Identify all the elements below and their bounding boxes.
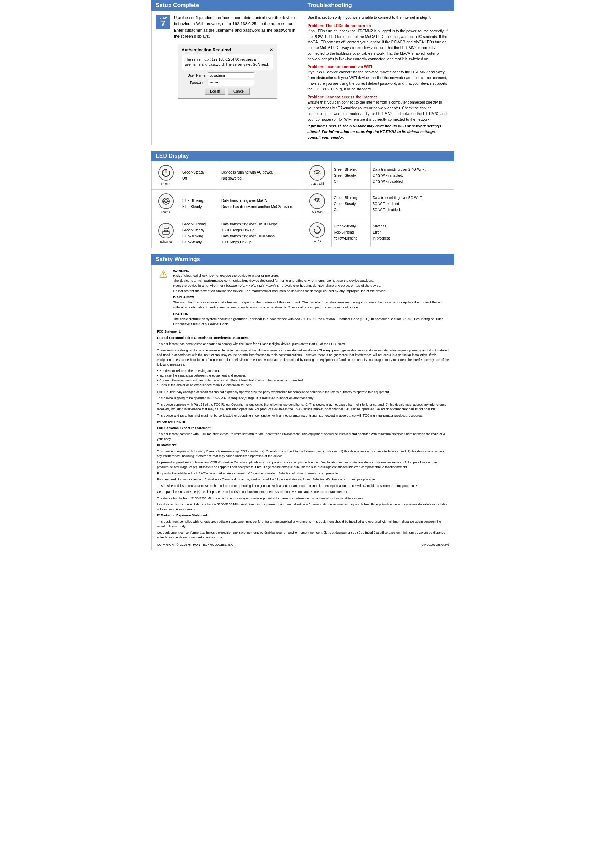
dialog-title: Authentication Required ✕ — [182, 48, 273, 53]
power-label: Power — [161, 182, 170, 186]
eth-status-4: Blue-Steady — [182, 239, 217, 245]
fcc-bullet-4: Consult the dealer or an experienced rad… — [157, 383, 449, 388]
problem-title-2: Problem: I cannot connect via WiFi — [308, 65, 450, 69]
wifi24-icon: 2.4G — [309, 165, 325, 181]
wps-status-3: Yellow-Blinking — [334, 235, 368, 241]
wifi24-status: Green-Blinking Green-Steady Off — [332, 161, 371, 189]
led-grid: Power Green-Steady Off Device is running… — [152, 161, 454, 248]
ethernet-icon — [158, 223, 174, 239]
problem-text-3: Ensure that you can connect to the Inter… — [308, 100, 450, 122]
wps-status-2: Red-Blinking — [334, 229, 368, 235]
svg-rect-11 — [165, 229, 166, 232]
wifi24-desc-1: Data transmitting over 2.4G Wi-Fi. — [373, 166, 453, 172]
fcc-bullet-2: Increase the separation between the equi… — [157, 373, 449, 378]
moca-desc-2: Device has discovered another MoCA devic… — [222, 204, 301, 210]
wifi5-label: 5G Wifi — [312, 211, 322, 214]
username-input[interactable] — [208, 72, 254, 78]
wps-label: WPS — [314, 239, 321, 243]
fcc-body-2: These limits are designed to provide rea… — [157, 348, 449, 367]
step-box: STEP 7 Use the configuration interface t… — [156, 15, 299, 39]
wps-desc-1: Success. — [373, 223, 453, 229]
warning-line-1: Risk of electrical shock. Do not expose … — [173, 273, 449, 278]
ic-body-6: Cet appareil et son antenne (s) ne doit … — [157, 490, 449, 495]
ethernet-desc: Data transmitting over 10/100 Mbps. 10/1… — [219, 218, 303, 248]
power-icon — [158, 165, 174, 181]
ic-body-4: Pour les produits disponibles aux États-… — [157, 477, 449, 482]
fcc-full-label: Federal Communication Commission Interfe… — [157, 336, 449, 341]
wifi5-desc-1: Data transmitting over 5G Wi-Fi. — [373, 195, 453, 201]
top-headers: Setup Complete Troubleshooting — [152, 0, 454, 11]
fcc-antenna: This device and it's antenna(s) must not… — [157, 414, 449, 418]
dialog-body: The server http://192.168.0.254:80 requi… — [182, 54, 273, 70]
wifi24-desc-3: 2.4G WiFi disabled. — [373, 178, 453, 184]
password-label: Password: — [182, 81, 206, 85]
fcc-bullet-1: Reorient or relocate the receiving anten… — [157, 369, 449, 374]
btn-row: Log In Cancel — [182, 88, 273, 95]
led-icon-cell-wps: WPS — [303, 218, 332, 246]
username-label: User Name: — [182, 73, 206, 78]
svg-rect-12 — [167, 230, 168, 232]
copyright-row: COPYRIGHT © 2015 HITRON TECHNOLOGIES, IN… — [157, 543, 449, 547]
power-desc-1: Device is running with AC power. — [222, 169, 301, 175]
auth-dialog: Authentication Required ✕ The server htt… — [178, 43, 277, 99]
password-row: Password: — [182, 80, 273, 86]
ic-radiation-text-2: Cet équipement est conforme aux limites … — [157, 530, 449, 540]
password-input[interactable] — [208, 80, 254, 86]
username-row: User Name: — [182, 72, 273, 78]
warning-text: WARNING Risk of electrical shock. Do not… — [173, 268, 449, 327]
wifi24-status-2: Green-Steady — [334, 172, 368, 178]
fcc-caution: FCC Caution: Any changes or modification… — [157, 390, 449, 395]
led-icon-cell-power: Power — [152, 161, 180, 189]
eth-status-3: Blue-Blinking — [182, 233, 217, 239]
troubleshoot-closing: If problems persist, the HT-EMN2 may hav… — [308, 124, 450, 140]
troubleshoot-header: Troubleshooting — [303, 0, 455, 11]
ic-body-5: This device and it's antenna(s) must not… — [157, 484, 449, 489]
caution-title: CAUTION — [173, 312, 188, 316]
wps-status-1: Green-Steady — [334, 223, 368, 229]
ethernet-status: Green-Blinking Green-Steady Blue-Blinkin… — [180, 218, 219, 248]
login-button[interactable]: Log In — [205, 88, 225, 95]
led-row-wifi5: 5G 5G Wifi Green-Blinking Green-Steady O… — [303, 190, 454, 218]
cancel-button[interactable]: Cancel — [228, 88, 250, 95]
wifi5-status-3: Off — [334, 207, 368, 213]
led-icon-cell-ethernet: Ethernet — [152, 218, 180, 248]
problem-title-1: Problem: The LEDs do not turn on — [308, 23, 450, 28]
led-row-wps: WPS Green-Steady Red-Blinking Yellow-Bli… — [303, 218, 454, 246]
warning-icon: ⚠ — [157, 268, 170, 327]
fcc-radiation-text: This equipment complies with FCC radiati… — [157, 432, 449, 442]
disclaimer-title: DISCLAIMER — [173, 295, 194, 299]
disclaimer-text: The manufacturer assumes no liabilities … — [173, 300, 449, 310]
problem-title-3: Problem: I cannot access the Internet — [308, 95, 450, 99]
step-text: Use the configuration interface to compl… — [174, 15, 299, 39]
wifi24-desc: Data transmitting over 2.4G Wi-Fi. 2.4G … — [371, 161, 454, 189]
led-col-right: 2.4G 2.4G Wifi Green-Blinking Green-Stea… — [303, 161, 454, 248]
fcc-compliance: This device complies with Part 15 of the… — [157, 402, 449, 412]
wifi5-icon: 5G — [309, 194, 325, 209]
copyright-text: COPYRIGHT © 2015 HITRON TECHNOLOGIES, IN… — [157, 543, 234, 547]
wifi5-status: Green-Blinking Green-Steady Off — [332, 190, 371, 218]
wps-desc-3: In progress. — [373, 235, 453, 241]
ic-body-3: For product available in the USA/Canada … — [157, 471, 449, 476]
ic-body-8: Les dispositifs fonctionnant dans la ban… — [157, 502, 449, 512]
moca-desc: Data transmitting over MoCA. Device has … — [219, 190, 303, 218]
power-status: Green-Steady Off — [180, 161, 219, 189]
wifi24-label: 2.4G Wifi — [310, 182, 324, 186]
eth-status-1: Green-Blinking — [182, 221, 217, 227]
led-col-left: Power Green-Steady Off Device is running… — [152, 161, 303, 248]
dialog-close-icon[interactable]: ✕ — [270, 48, 273, 53]
ic-statement-label: IC Statement: — [157, 443, 449, 448]
important-note: IMPORTANT NOTE: — [157, 420, 449, 425]
wifi24-status-1: Green-Blinking — [334, 166, 368, 172]
wifi5-status-2: Green-Steady — [334, 201, 368, 207]
wifi5-desc: Data transmitting over 5G Wi-Fi. 5G WiFi… — [371, 190, 454, 218]
led-section: Power Green-Steady Off Device is running… — [152, 161, 454, 248]
svg-marker-20 — [314, 228, 316, 230]
eth-desc-2: 10/100 Mbps Link up. — [222, 227, 301, 233]
power-status-2: Off — [182, 175, 217, 181]
power-desc: Device is running with AC power. Not pow… — [219, 161, 303, 189]
ethernet-label: Ethernet — [160, 240, 172, 243]
power-desc-2: Not powered. — [222, 175, 301, 181]
warning-line-3: Keep the device in an environment betwee… — [173, 283, 449, 288]
troubleshoot-section: Use this section only if you were unable… — [303, 11, 454, 145]
top-row: STEP 7 Use the configuration interface t… — [152, 11, 454, 145]
